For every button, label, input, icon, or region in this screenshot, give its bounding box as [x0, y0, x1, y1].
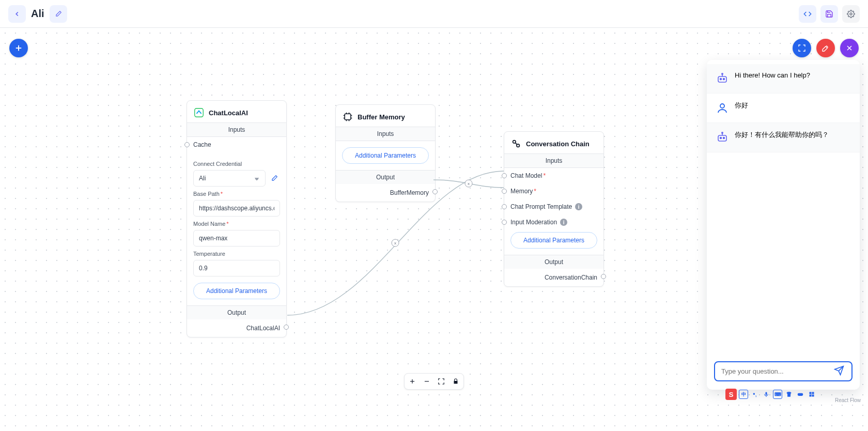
svg-rect-39: [798, 393, 803, 396]
svg-rect-37: [766, 392, 767, 395]
model-name-input[interactable]: [193, 230, 280, 247]
output-buffermemory[interactable]: BufferMemory: [336, 184, 435, 202]
back-button[interactable]: [8, 5, 26, 23]
output-name: BufferMemory: [390, 189, 429, 196]
ime-skin-icon[interactable]: [784, 390, 794, 399]
output-chatlocalai[interactable]: ChatLocalAI: [187, 319, 286, 337]
edit-title-button[interactable]: [50, 5, 67, 23]
svg-point-31: [720, 137, 722, 139]
zoom-out-button[interactable]: [421, 376, 432, 387]
send-button[interactable]: [831, 363, 847, 380]
svg-point-29: [720, 104, 724, 108]
chat-message-bot: Hi there! How can I help?: [707, 64, 860, 94]
port-chat-model[interactable]: Chat Model*: [504, 168, 603, 183]
credential-select[interactable]: Ali: [193, 170, 266, 187]
code-button[interactable]: [799, 5, 816, 23]
node-conversation-chain[interactable]: Conversation Chain Inputs Chat Model* Me…: [504, 131, 604, 287]
output-section: Output: [187, 305, 286, 319]
svg-rect-24: [718, 76, 726, 82]
svg-rect-6: [345, 114, 351, 120]
chat-message-bot: 你好！有什么我能帮助你的吗？: [707, 123, 860, 152]
zoom-in-button[interactable]: [407, 376, 418, 387]
node-chatlocalai[interactable]: ChatLocalAI Inputs Cache Connect Credent…: [187, 100, 287, 337]
base-path-label: Base Path*: [193, 191, 280, 197]
svg-point-25: [720, 79, 722, 80]
node-header: Conversation Chain: [504, 132, 603, 154]
ime-toolbar[interactable]: S 中 •, ⌨: [725, 389, 816, 400]
svg-rect-30: [718, 135, 726, 141]
settings-button[interactable]: [842, 5, 860, 23]
chat-message-user: 你好: [707, 94, 860, 123]
temperature-label: Temperature: [193, 251, 280, 257]
add-node-button[interactable]: [9, 39, 28, 57]
chatlocalai-icon: [193, 107, 205, 118]
node-title: ChatLocalAI: [209, 109, 248, 117]
clear-chat-button[interactable]: [816, 39, 835, 57]
model-name-label: Model Name*: [193, 221, 280, 227]
connect-credential-label: Connect Credential: [193, 161, 280, 167]
port-memory[interactable]: Memory*: [504, 183, 603, 199]
svg-point-3: [465, 180, 472, 187]
page-title: Ali: [31, 8, 44, 20]
svg-rect-43: [812, 395, 814, 397]
inputs-section: Inputs: [336, 127, 435, 141]
lock-button[interactable]: [450, 376, 461, 387]
svg-rect-40: [810, 392, 812, 394]
temperature-input[interactable]: [193, 260, 280, 276]
chat-messages[interactable]: Hi there! How can I help? 你好 你好！有什么我能帮助你…: [707, 60, 860, 355]
ime-keyboard-icon[interactable]: ⌨: [773, 390, 782, 399]
bot-icon: [715, 71, 730, 86]
node-title: Buffer Memory: [358, 113, 405, 121]
output-conversationchain[interactable]: ConversationChain: [504, 269, 603, 286]
additional-params-button[interactable]: Additional Parameters: [510, 232, 597, 249]
ime-game-icon[interactable]: [796, 390, 805, 399]
bot-icon: [715, 130, 730, 145]
message-text: 你好！有什么我能帮助你的吗？: [735, 130, 829, 145]
ime-apps-icon[interactable]: [807, 390, 816, 399]
attribution: React Flow: [835, 397, 861, 403]
node-buffer-memory[interactable]: Buffer Memory Inputs Additional Paramete…: [335, 104, 436, 202]
inputs-section: Inputs: [504, 154, 603, 168]
additional-params-button[interactable]: Additional Parameters: [193, 283, 280, 299]
output-section: Output: [336, 170, 435, 184]
chat-panel: Hi there! How can I help? 你好 你好！有什么我能帮助你…: [707, 60, 860, 390]
ime-mic-icon[interactable]: [762, 390, 771, 399]
flow-controls: [404, 373, 464, 390]
port-cache[interactable]: Cache: [187, 137, 286, 152]
output-name: ConversationChain: [545, 274, 597, 281]
cache-label: Cache: [193, 141, 211, 148]
ime-lang-button[interactable]: 中: [739, 390, 748, 399]
ime-punct-icon[interactable]: •,: [750, 390, 760, 399]
base-path-input[interactable]: [193, 200, 280, 217]
svg-rect-5: [195, 109, 204, 117]
node-title: Conversation Chain: [526, 140, 590, 148]
info-icon[interactable]: i: [575, 203, 582, 210]
close-chat-button[interactable]: [840, 39, 859, 57]
chain-icon: [510, 138, 522, 149]
message-text: 你好: [735, 101, 748, 115]
output-section: Output: [504, 255, 603, 269]
svg-point-26: [723, 79, 725, 80]
chat-input: [714, 361, 853, 381]
svg-point-0: [850, 13, 852, 15]
save-button[interactable]: [820, 5, 838, 23]
output-name: ChatLocalAI: [246, 325, 280, 332]
edit-credential-button[interactable]: [269, 173, 280, 184]
node-header: ChatLocalAI: [187, 101, 286, 123]
chat-text-input[interactable]: [719, 362, 831, 380]
additional-params-button[interactable]: Additional Parameters: [342, 147, 429, 164]
port-input-moderation[interactable]: Input Moderation i: [504, 214, 603, 230]
node-header: Buffer Memory: [336, 105, 435, 127]
top-bar: Ali: [0, 0, 868, 28]
svg-point-32: [723, 137, 725, 139]
svg-text:x: x: [468, 181, 470, 186]
ime-logo-icon[interactable]: S: [725, 389, 737, 400]
port-chat-prompt-template[interactable]: Chat Prompt Template i: [504, 199, 603, 214]
fit-view-button[interactable]: [436, 376, 447, 387]
expand-chat-button[interactable]: [793, 39, 811, 57]
svg-rect-42: [810, 395, 812, 397]
info-icon[interactable]: i: [560, 219, 567, 226]
svg-point-1: [392, 239, 399, 247]
svg-text:x: x: [394, 241, 396, 245]
message-text: Hi there! How can I help?: [735, 71, 810, 86]
